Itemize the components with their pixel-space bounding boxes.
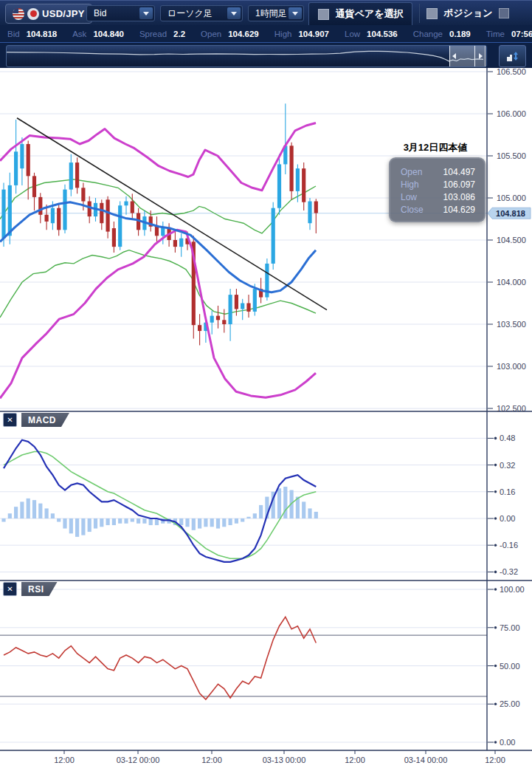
macd-close-button[interactable]: ✕ <box>3 413 17 427</box>
navigator[interactable] <box>6 45 487 67</box>
price-type-value: Bid <box>94 8 106 18</box>
tooltip-high-value: 106.097 <box>443 179 475 191</box>
low-label: Low <box>345 30 360 38</box>
chart-type-value: ローソク足 <box>167 7 213 20</box>
spread-label: Spread <box>139 30 167 38</box>
svg-text:12:00: 12:00 <box>201 756 222 764</box>
time-label: Time <box>486 30 505 38</box>
chevron-down-icon[interactable] <box>139 7 153 19</box>
open-label: Open <box>201 30 221 38</box>
fx-chart-app: USD/JPY Bid ローソク足 1時間足 通貨ペアを選択 ポジション Bid… <box>0 0 532 774</box>
position-group: ポジション <box>426 1 509 26</box>
bid-label: Bid <box>7 30 20 38</box>
svg-text:105.000: 105.000 <box>497 194 526 202</box>
svg-text:0.16: 0.16 <box>500 487 515 496</box>
tooltip-close-label: Close <box>401 204 424 216</box>
price-type-select[interactable]: Bid <box>86 5 155 21</box>
svg-text:-0.32: -0.32 <box>500 567 518 576</box>
nav-selection-divider[interactable] <box>474 46 475 66</box>
select-pair-checkbox[interactable] <box>318 9 329 20</box>
pair-label: USD/JPY <box>42 8 85 19</box>
svg-text:-0.16: -0.16 <box>500 541 518 549</box>
bid-value: 104.818 <box>27 30 58 38</box>
svg-text:12:00: 12:00 <box>54 756 75 764</box>
rsi-panel-header: ✕ RSI <box>3 582 58 596</box>
svg-text:104.818: 104.818 <box>496 209 525 218</box>
jp-flag-icon <box>27 8 39 20</box>
svg-text:104.500: 104.500 <box>497 236 526 244</box>
time-value: 07:56 <box>511 30 532 38</box>
svg-text:106.000: 106.000 <box>497 109 526 118</box>
svg-text:0.48: 0.48 <box>500 434 515 442</box>
svg-text:100.00: 100.00 <box>500 585 525 594</box>
svg-text:104.000: 104.000 <box>497 278 526 287</box>
svg-text:03-14 00:00: 03-14 00:00 <box>404 756 448 764</box>
close-icon: ✕ <box>7 585 13 593</box>
svg-text:102.500: 102.500 <box>497 404 526 413</box>
tooltip-title: 3月12日四本値 <box>384 141 487 154</box>
svg-text:106.500: 106.500 <box>497 68 526 76</box>
svg-text:0.00: 0.00 <box>500 514 515 523</box>
ask-label: Ask <box>72 30 86 38</box>
ask-value: 104.840 <box>93 30 124 38</box>
tooltip-box: Open104.497 High106.097 Low103.086 Close… <box>389 157 486 222</box>
svg-text:03-13 00:00: 03-13 00:00 <box>263 756 306 764</box>
rsi-tab: RSI <box>21 582 58 596</box>
quote-info-bar: Bid104.818 Ask104.840 Spread2.2 Open104.… <box>0 25 532 42</box>
tooltip-open-label: Open <box>401 166 422 179</box>
us-flag-icon <box>13 8 24 20</box>
navigator-row <box>0 42 532 68</box>
select-pair-tab[interactable]: 通貨ペアを選択 <box>308 2 412 25</box>
change-value: 0.189 <box>449 30 471 38</box>
svg-text:12:00: 12:00 <box>345 756 365 764</box>
navigator-selection[interactable] <box>449 46 486 66</box>
tooltip-close-value: 104.629 <box>443 204 475 216</box>
toolbar-divider <box>419 4 420 23</box>
svg-text:103.500: 103.500 <box>497 320 526 329</box>
current-price-badge: 104.818 <box>488 208 531 219</box>
select-pair-label: 通貨ペアを選択 <box>336 7 404 21</box>
macd-panel-header: ✕ MACD <box>3 413 69 427</box>
scale-toggle-button[interactable] <box>499 45 526 67</box>
timeframe-value: 1時間足 <box>255 7 287 20</box>
toolbar: USD/JPY Bid ローソク足 1時間足 通貨ペアを選択 ポジション <box>0 0 532 25</box>
chevron-down-icon[interactable] <box>289 7 302 19</box>
nav-right-arrow-icon[interactable] <box>479 53 483 59</box>
spread-value: 2.2 <box>173 30 185 38</box>
svg-text:0.32: 0.32 <box>500 461 515 470</box>
scale-icon <box>505 49 520 64</box>
daily-ohlc-tooltip: 3月12日四本値 Open104.497 High106.097 Low103.… <box>384 141 487 222</box>
tooltip-low-value: 103.086 <box>443 191 475 204</box>
macd-tab: MACD <box>21 413 69 427</box>
timeframe-select[interactable]: 1時間足 <box>248 5 304 21</box>
svg-text:75.00: 75.00 <box>500 623 520 632</box>
nav-left-arrow-icon[interactable] <box>452 53 456 59</box>
high-label: High <box>274 30 292 38</box>
svg-text:50.00: 50.00 <box>500 662 520 671</box>
svg-text:03-12 00:00: 03-12 00:00 <box>117 756 160 764</box>
open-value: 104.629 <box>228 30 259 38</box>
close-icon: ✕ <box>7 416 13 424</box>
low-value: 104.536 <box>367 30 398 38</box>
tooltip-low-label: Low <box>401 191 417 204</box>
position-label: ポジション <box>443 7 493 20</box>
svg-text:25.00: 25.00 <box>500 699 520 708</box>
high-value: 104.907 <box>298 30 329 38</box>
svg-text:105.500: 105.500 <box>497 151 526 160</box>
tooltip-high-label: High <box>401 179 419 191</box>
chart-type-select[interactable]: ローソク足 <box>160 5 243 21</box>
tooltip-open-value: 104.497 <box>443 166 475 179</box>
position-indicator[interactable] <box>499 8 509 18</box>
rsi-label: RSI <box>28 584 44 595</box>
rsi-close-button[interactable]: ✕ <box>3 582 17 596</box>
change-label: Change <box>413 30 443 38</box>
macd-label: MACD <box>28 415 56 425</box>
currency-pair-button[interactable]: USD/JPY <box>5 4 92 24</box>
position-checkbox[interactable] <box>426 8 438 19</box>
chart-area[interactable]: 106.500106.000105.500105.000104.500104.0… <box>0 68 532 774</box>
svg-text:12:00: 12:00 <box>485 756 505 764</box>
navigator-sparkline <box>7 46 485 65</box>
svg-text:0.00: 0.00 <box>500 738 515 747</box>
chevron-down-icon[interactable] <box>227 7 241 19</box>
svg-text:103.000: 103.000 <box>497 362 526 371</box>
